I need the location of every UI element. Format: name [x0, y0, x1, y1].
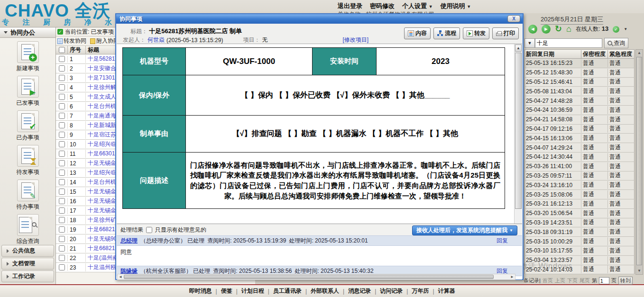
hscroll-left-icon[interactable]: ◄: [118, 274, 123, 279]
sidebar-section[interactable]: 工作记录: [1, 270, 54, 282]
sidebar-section[interactable]: 公共信息: [1, 245, 54, 257]
hscroll-right-icon[interactable]: ►: [509, 274, 515, 279]
sidebar-item-1[interactable]: +新建事项: [0, 41, 55, 76]
scroll-down-icon[interactable]: ▼: [636, 268, 643, 274]
modify-project-link[interactable]: [修改项目]: [342, 36, 368, 44]
scroll-thumb[interactable]: [636, 57, 642, 265]
sidebar-item-2[interactable]: ▶已发事项: [0, 76, 55, 110]
dialog-scroll-thumb[interactable]: [515, 53, 522, 209]
dialog-titlebar[interactable]: 协同事项 X: [116, 14, 523, 24]
sidebar-section[interactable]: 文档管理: [1, 258, 54, 270]
home-icon[interactable]: ⌂: [566, 25, 571, 34]
status-online-icon[interactable]: ✓: [613, 26, 619, 33]
dialog-scrollbar[interactable]: ▲: [514, 44, 522, 224]
table-row[interactable]: 25-04-15 16:13:06普通普通: [524, 134, 635, 143]
top-menu-item[interactable]: 退出登录: [338, 2, 362, 10]
status-caret-icon[interactable]: ▼: [624, 27, 627, 31]
taskbar-item[interactable]: 员工通讯录: [273, 287, 302, 295]
row-checkbox[interactable]: [59, 84, 65, 90]
taskbar-item[interactable]: 外部联系人: [311, 287, 339, 295]
next-page-button[interactable]: 下页: [567, 277, 578, 284]
taskbar-item[interactable]: 访问记录: [380, 287, 403, 295]
row-checkbox[interactable]: [59, 207, 65, 214]
page-number-input[interactable]: [599, 277, 609, 284]
dialog-scroll-up-icon[interactable]: ▲: [515, 45, 522, 52]
taskbar-item[interactable]: 消息记录: [348, 287, 371, 295]
table-row[interactable]: 25-03-25 09:57:11普通普通: [524, 171, 635, 181]
table-row[interactable]: 25-03-18 09:31:19普通普通: [524, 227, 635, 237]
refresh-icon[interactable]: ↻: [555, 25, 562, 34]
reply-author-link[interactable]: 总经理: [120, 237, 138, 245]
table-row[interactable]: 25-03-26 11:41:00普通普通: [524, 162, 635, 171]
select-all-checkbox[interactable]: [59, 47, 65, 53]
table-row[interactable]: 25-05-12 15:48:30普通普通: [524, 68, 635, 78]
print-button[interactable]: 打印: [492, 27, 519, 39]
sidebar-item-5[interactable]: ✎待办事项: [0, 180, 55, 214]
table-row[interactable]: 25-03-04 13:23:57普通普通: [524, 256, 635, 265]
row-checkbox[interactable]: [59, 198, 65, 204]
sidebar-item-3[interactable]: ✔已办事项: [0, 110, 55, 145]
reply-button[interactable]: 回复: [497, 237, 508, 245]
row-checkbox[interactable]: [59, 189, 65, 195]
row-checkbox[interactable]: [59, 75, 65, 81]
row-checkbox[interactable]: [59, 56, 65, 62]
table-row[interactable]: 25-04-27 14:48:28普通普通: [524, 96, 635, 106]
top-menu-item[interactable]: 使用说明 ▼: [441, 2, 471, 10]
top-menu-item[interactable]: 密码修改: [370, 2, 395, 10]
row-checkbox[interactable]: [59, 132, 65, 138]
sidebar-group-collab[interactable]: 协同办公: [0, 27, 55, 38]
row-checkbox[interactable]: [59, 160, 65, 166]
taskbar-item[interactable]: 计划日程: [241, 287, 264, 295]
row-checkbox[interactable]: [59, 170, 65, 176]
table-row[interactable]: 25-04-24 10:36:59普通普通: [524, 106, 635, 115]
row-checkbox[interactable]: [59, 103, 65, 109]
taskbar-item[interactable]: 便签: [221, 287, 232, 295]
row-checkbox[interactable]: [59, 226, 65, 233]
taskbar-item[interactable]: 即时消息: [189, 287, 212, 295]
attach-collab-button[interactable]: 附入协同: [90, 37, 119, 45]
row-checkbox[interactable]: [59, 65, 65, 72]
table-row[interactable]: 25-05-12 15:46:41普通普通: [524, 78, 635, 87]
forward-icon[interactable]: ►: [542, 25, 551, 34]
row-checkbox[interactable]: [59, 179, 65, 185]
table-row[interactable]: 25-04-21 14:58:08普通普通: [524, 115, 635, 125]
filter-opinions-checkbox[interactable]: [146, 227, 152, 233]
taskbar-item[interactable]: 万年历: [412, 287, 429, 295]
close-button[interactable]: X: [507, 15, 520, 22]
search-input[interactable]: [535, 38, 602, 48]
table-row[interactable]: 25-04-17 09:12:16普通普通: [524, 125, 635, 134]
forward-collab-button[interactable]: 转发协同: [57, 37, 86, 45]
table-row[interactable]: 25-05-13 16:15:23普通普通: [524, 59, 635, 68]
row-checkbox[interactable]: [59, 264, 65, 270]
sidebar-item-4[interactable]: 待发事项: [0, 145, 55, 180]
table-row[interactable]: 25-03-25 15:08:06普通普通: [524, 190, 635, 199]
row-checkbox[interactable]: [59, 113, 65, 119]
row-checkbox[interactable]: [59, 94, 65, 100]
back-icon[interactable]: ◄: [528, 25, 537, 34]
taskbar-item[interactable]: 计算器: [438, 287, 455, 295]
dialog-hscrollbar[interactable]: ◄ ►: [117, 274, 515, 280]
table-row[interactable]: 25-02-24 10:14:03普通普通: [524, 265, 635, 275]
table-row[interactable]: 25-03-21 16:12:13普通普通: [524, 199, 635, 209]
row-checkbox[interactable]: [59, 217, 65, 223]
notify-me-button[interactable]: 接收人处理后，发送系统消息提醒我 ▼: [412, 225, 517, 235]
flow-button[interactable]: 流程: [433, 27, 460, 39]
table-row[interactable]: 25-03-19 14:23:51普通普通: [524, 218, 635, 228]
table-row[interactable]: 25-03-24 13:16:10普通普通: [524, 180, 635, 190]
row-checkbox[interactable]: [59, 236, 65, 242]
go-page-button[interactable]: 转到: [618, 277, 633, 285]
scroll-up-icon[interactable]: ▲: [636, 50, 643, 56]
table-row[interactable]: 25-03-10 15:17:55普通普通: [524, 246, 635, 256]
initiator-name-link[interactable]: 何世焱: [147, 36, 165, 44]
row-checkbox[interactable]: [59, 245, 65, 252]
fwd-button[interactable]: 转发: [463, 27, 489, 39]
content-button[interactable]: 内容: [404, 27, 431, 39]
query-button[interactable]: 查询: [604, 38, 628, 48]
hscroll-thumb[interactable]: [124, 275, 494, 279]
table-row[interactable]: 25-03-20 15:06:54普通普通: [524, 209, 635, 218]
table-row[interactable]: 25-03-15 10:00:29普通普通: [524, 237, 635, 246]
row-checkbox[interactable]: [59, 255, 65, 261]
right-scrollbar[interactable]: ▲ ▼: [635, 49, 643, 275]
first-page-button[interactable]: 首页: [543, 277, 553, 284]
row-checkbox[interactable]: [59, 122, 65, 128]
